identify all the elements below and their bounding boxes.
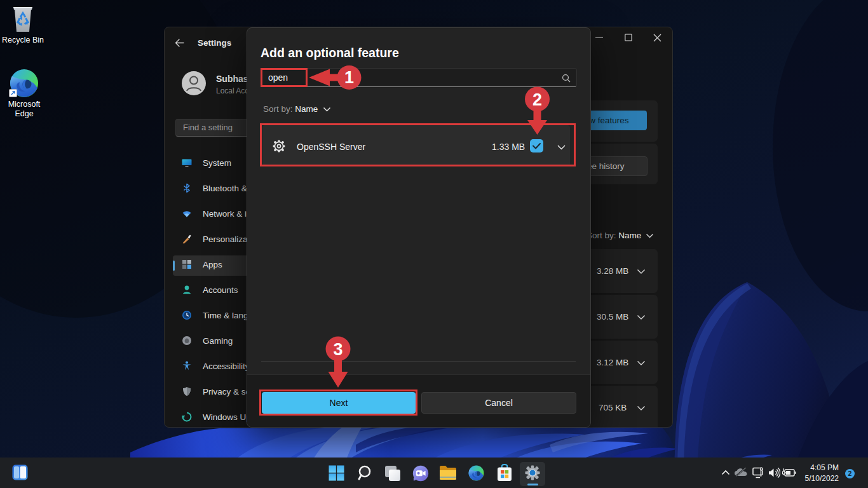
svg-text:2: 2	[532, 90, 542, 109]
svg-text:3: 3	[333, 340, 342, 359]
svg-text:1: 1	[344, 68, 354, 87]
